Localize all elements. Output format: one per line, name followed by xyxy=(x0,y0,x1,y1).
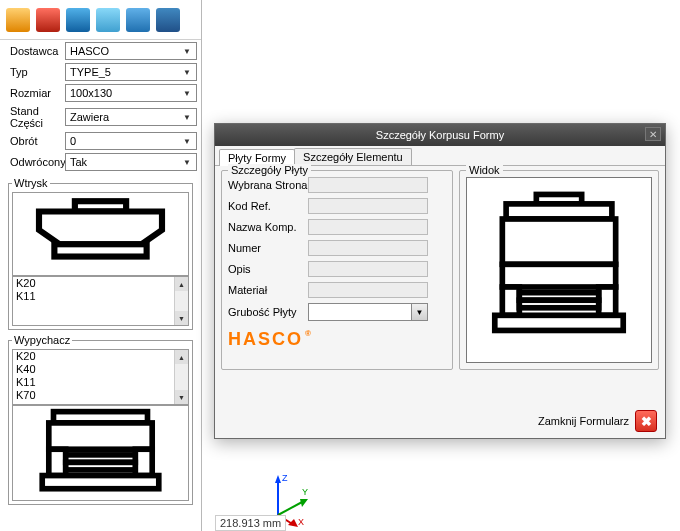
label-odwrocony: Odwrócony xyxy=(10,156,65,168)
chevron-down-icon: ▼ xyxy=(180,134,194,148)
label-numer: Numer xyxy=(228,242,308,254)
dialog-moldbase-details: Szczegóły Korpusu Formy ✕ Płyty Formy Sz… xyxy=(214,123,666,439)
field-opis xyxy=(308,261,428,277)
dropdown-rozmiar[interactable]: 100x130▼ xyxy=(65,84,197,102)
preview-canvas xyxy=(466,177,652,363)
label-dostawca: Dostawca xyxy=(10,45,65,57)
label-opis: Opis xyxy=(228,263,308,275)
box-preview: Widok xyxy=(459,170,659,370)
close-icon[interactable]: ✕ xyxy=(645,127,661,141)
dialog-titlebar[interactable]: Szczegóły Korpusu Formy ✕ xyxy=(215,124,665,146)
value-typ: TYPE_5 xyxy=(70,66,111,78)
dropdown-typ[interactable]: TYPE_5▼ xyxy=(65,63,197,81)
svg-rect-18 xyxy=(495,315,623,330)
value-stand: Zawiera xyxy=(70,111,109,123)
chevron-down-icon: ▼ xyxy=(180,155,194,169)
axis-y-label: Y xyxy=(302,487,308,497)
brand-logo: HASCO xyxy=(228,329,303,350)
value-obrot: 0 xyxy=(70,135,76,147)
preview-wtrysk xyxy=(12,192,189,276)
dialog-footer: Zamknij Formularz ✖ xyxy=(538,410,657,432)
value-rozmiar: 100x130 xyxy=(70,87,112,99)
list-item[interactable]: K40 xyxy=(13,363,188,376)
mold-bottom-icon xyxy=(13,406,188,500)
list-item[interactable]: K11 xyxy=(13,376,188,389)
dialog-body: Szczegóły Płyty Wybrana Strona Kod Ref. … xyxy=(215,166,665,374)
box-details: Szczegóły Płyty Wybrana Strona Kod Ref. … xyxy=(221,170,453,370)
group-wtrysk: Wtrysk K20 K11 ▲▼ xyxy=(8,177,193,330)
value-odwrocony: Tak xyxy=(70,156,87,168)
scroll-down-icon[interactable]: ▼ xyxy=(175,311,188,325)
svg-rect-13 xyxy=(502,264,615,287)
axis-x-label: X xyxy=(298,517,304,527)
chevron-down-icon: ▼ xyxy=(180,44,194,58)
chevron-down-icon: ▼ xyxy=(411,304,427,320)
axis-z-label: Z xyxy=(282,473,288,483)
label-material: Materiał xyxy=(228,284,308,296)
list-item[interactable]: K20 xyxy=(13,277,188,290)
field-numer xyxy=(308,240,428,256)
list-item[interactable]: K11 xyxy=(13,290,188,303)
scrollbar[interactable]: ▲▼ xyxy=(174,277,188,325)
tab-szczegoly-elementu[interactable]: Szczegóły Elementu xyxy=(294,148,412,165)
dropdown-obrot[interactable]: 0▼ xyxy=(65,132,197,150)
block-icon[interactable] xyxy=(156,8,180,32)
svg-line-21 xyxy=(278,501,304,515)
svg-rect-8 xyxy=(66,462,136,470)
chevron-down-icon: ▼ xyxy=(180,110,194,124)
glasses-icon[interactable] xyxy=(96,8,120,32)
svg-rect-4 xyxy=(49,423,152,449)
cup-icon[interactable] xyxy=(6,8,30,32)
field-kod-ref xyxy=(308,198,428,214)
label-obrot: Obrót xyxy=(10,135,65,147)
svg-rect-9 xyxy=(42,476,159,489)
box-title-details: Szczegóły Płyty xyxy=(228,164,311,176)
properties-grid: Dostawca HASCO▼ Typ TYPE_5▼ Rozmiar 100x… xyxy=(0,40,201,173)
field-nazwa-komp xyxy=(308,219,428,235)
preview-wypychacz xyxy=(12,405,189,501)
svg-marker-22 xyxy=(300,499,308,507)
legend-wtrysk: Wtrysk xyxy=(12,177,50,189)
label-kod-ref: Kod Ref. xyxy=(228,200,308,212)
legend-wypychacz: Wypychacz xyxy=(12,334,72,346)
scrollbar[interactable]: ▲▼ xyxy=(174,350,188,404)
dropdown-stand[interactable]: Zawiera▼ xyxy=(65,108,197,126)
list-item[interactable]: K20 xyxy=(13,350,188,363)
dropdown-dostawca[interactable]: HASCO▼ xyxy=(65,42,197,60)
mold-top-icon xyxy=(13,193,188,275)
measurement-readout: 218.913 mm xyxy=(215,515,286,531)
svg-rect-17 xyxy=(519,300,598,308)
label-rozmiar: Rozmiar xyxy=(10,87,65,99)
tabstrip: Płyty Formy Szczegóły Elementu xyxy=(215,146,665,166)
label-nazwa-komp: Nazwa Komp. xyxy=(228,221,308,233)
close-form-button[interactable]: ✖ xyxy=(635,410,657,432)
field-material xyxy=(308,282,428,298)
dialog-title: Szczegóły Korpusu Formy xyxy=(376,129,504,141)
toolbar xyxy=(0,0,201,40)
box-title-preview: Widok xyxy=(466,164,503,176)
close-form-label[interactable]: Zamknij Formularz xyxy=(538,415,629,427)
books-icon[interactable] xyxy=(66,8,90,32)
list-item[interactable]: K70 xyxy=(13,389,188,402)
dropdown-odwrocony[interactable]: Tak▼ xyxy=(65,153,197,171)
label-grubosc-plyty: Grubość Płyty xyxy=(228,306,308,318)
value-dostawca: HASCO xyxy=(70,45,109,57)
group-wypychacz: Wypychacz K20 K40 K11 K70 ▲▼ xyxy=(8,334,193,505)
listbox-wtrysk[interactable]: K20 K11 ▲▼ xyxy=(12,276,189,326)
svg-marker-1 xyxy=(39,211,162,244)
scroll-up-icon[interactable]: ▲ xyxy=(175,350,188,364)
globe-icon[interactable] xyxy=(126,8,150,32)
field-wybrana-strona xyxy=(308,177,428,193)
scroll-up-icon[interactable]: ▲ xyxy=(175,277,188,291)
chevron-down-icon: ▼ xyxy=(180,86,194,100)
scroll-down-icon[interactable]: ▼ xyxy=(175,390,188,404)
label-typ: Typ xyxy=(10,66,65,78)
dropdown-grubosc-plyty[interactable]: ▼ xyxy=(308,303,428,321)
label-stand: Stand Części xyxy=(10,105,65,129)
side-panel: Dostawca HASCO▼ Typ TYPE_5▼ Rozmiar 100x… xyxy=(0,0,202,531)
pin-icon[interactable] xyxy=(36,8,60,32)
label-wybrana-strona: Wybrana Strona xyxy=(228,179,308,191)
details-grid: Wybrana Strona Kod Ref. Nazwa Komp. Nume… xyxy=(228,177,446,321)
listbox-wypychacz[interactable]: K20 K40 K11 K70 ▲▼ xyxy=(12,349,189,405)
svg-marker-20 xyxy=(275,475,281,483)
